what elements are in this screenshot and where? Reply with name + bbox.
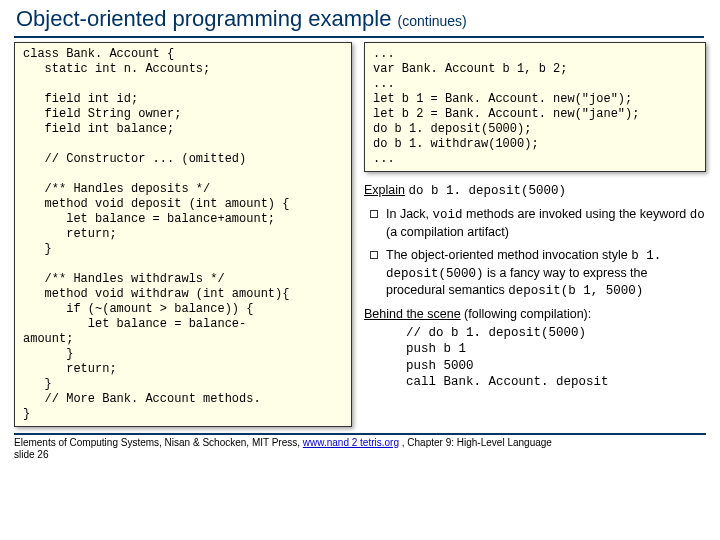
bullet-1-text: In Jack, void methods are invoked using … (386, 206, 706, 241)
footer: Elements of Computing Systems, Nisan & S… (0, 437, 720, 461)
behind-label: Behind the scene (364, 307, 461, 321)
title-rule (14, 36, 704, 38)
left-column: class Bank. Account { static int n. Acco… (14, 42, 360, 427)
bullet-square-icon (370, 251, 378, 259)
usage-code-box: ... var Bank. Account b 1, b 2; ... let … (364, 42, 706, 172)
title-continues: (continues) (398, 13, 467, 29)
behind-scene: Behind the scene (following compilation)… (364, 306, 706, 323)
footer-link[interactable]: www.nand 2 tetris.org (303, 437, 399, 448)
footer-slide-num: slide 26 (14, 449, 48, 460)
bullet-2: The object-oriented method invocation st… (364, 247, 706, 301)
behind-paren: (following compilation): (461, 307, 592, 321)
explanation: Explain do b 1. deposit(5000) In Jack, v… (364, 182, 706, 390)
explain-heading: Explain do b 1. deposit(5000) (364, 182, 706, 200)
bottom-rule (14, 433, 706, 435)
right-column: ... var Bank. Account b 1, b 2; ... let … (360, 42, 706, 427)
explain-code: do b 1. deposit(5000) (408, 184, 566, 198)
slide: Object-oriented programming example (con… (0, 0, 720, 540)
bullet-1: In Jack, void methods are invoked using … (364, 206, 706, 241)
footer-text-b: , Chapter 9: High-Level Language (399, 437, 552, 448)
bullet-2-text: The object-oriented method invocation st… (386, 247, 706, 301)
behind-code: // do b 1. deposit(5000) push b 1 push 5… (364, 325, 706, 390)
footer-text-a: Elements of Computing Systems, Nisan & S… (14, 437, 303, 448)
bullet-square-icon (370, 210, 378, 218)
content-columns: class Bank. Account { static int n. Acco… (0, 42, 720, 427)
slide-title: Object-oriented programming example (con… (0, 0, 720, 34)
explain-label: Explain (364, 183, 405, 197)
class-code-box: class Bank. Account { static int n. Acco… (14, 42, 352, 427)
title-text: Object-oriented programming example (16, 6, 391, 31)
